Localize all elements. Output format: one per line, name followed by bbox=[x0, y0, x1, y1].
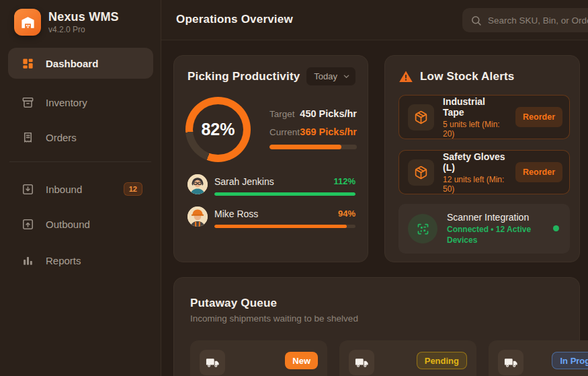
current-value: 369 Picks/hr bbox=[300, 126, 357, 137]
search-input[interactable] bbox=[488, 15, 588, 26]
status-badge: Pending bbox=[417, 352, 467, 369]
period-select[interactable]: Today bbox=[306, 67, 355, 85]
sidebar-divider bbox=[9, 161, 151, 162]
worker-percent: 94% bbox=[338, 209, 355, 219]
sidebar-item-label: Inbound bbox=[46, 184, 82, 195]
app-name: Nexus WMS bbox=[48, 10, 119, 24]
truck-icon bbox=[200, 350, 225, 375]
sidebar-item-label: Dashboard bbox=[46, 58, 98, 69]
inbound-arrow-icon bbox=[22, 183, 34, 196]
worker-name: Mike Ross bbox=[214, 209, 258, 219]
truck-icon bbox=[498, 350, 523, 375]
picking-donut-gauge: 82% bbox=[185, 97, 251, 162]
scanner-title: Scanner Integration bbox=[447, 212, 533, 223]
item-stock-detail: 12 units left (Min: 50) bbox=[443, 175, 507, 194]
picking-card-title: Picking Productivity bbox=[187, 70, 300, 83]
worker-progress-fill bbox=[214, 225, 347, 228]
low-stock-item: Industrial Tape 5 units left (Min: 20) R… bbox=[398, 95, 570, 139]
sidebar-item-label: Outbound bbox=[46, 219, 90, 230]
inbound-count-badge: 12 bbox=[124, 182, 142, 196]
reorder-button[interactable]: Reorder bbox=[515, 162, 562, 182]
sidebar: Nexus WMS v4.2.0 Pro Dashboard Inventory bbox=[0, 0, 161, 376]
avatar bbox=[187, 174, 208, 194]
app-version: v4.2.0 Pro bbox=[48, 25, 85, 34]
sidebar-item-dashboard[interactable]: Dashboard bbox=[8, 48, 153, 79]
putaway-queue-card: Putaway Queue Incoming shipments waiting… bbox=[173, 277, 580, 376]
item-name: Safety Gloves (L) bbox=[443, 151, 507, 173]
current-row: Current 369 Picks/hr bbox=[269, 126, 357, 137]
target-label: Target bbox=[269, 109, 295, 119]
worker-row: Mike Ross 94% bbox=[187, 204, 355, 232]
worker-percent: 112% bbox=[333, 176, 355, 186]
item-stock-detail: 5 units left (Min: 20) bbox=[443, 120, 507, 139]
sidebar-item-outbound[interactable]: Outbound bbox=[8, 209, 153, 239]
scanner-integration-item: Scanner Integration Connected • 12 Activ… bbox=[398, 204, 570, 254]
dashboard-grid-icon bbox=[22, 57, 34, 70]
shipment-card[interactable]: New bbox=[190, 340, 327, 376]
wms-dashboard: Nexus WMS v4.2.0 Pro Dashboard Inventory bbox=[0, 0, 588, 376]
package-icon bbox=[408, 104, 434, 130]
sidebar-item-reports[interactable]: Reports bbox=[8, 245, 153, 276]
sidebar-item-label: Inventory bbox=[46, 97, 87, 108]
app-logo bbox=[14, 9, 41, 36]
status-badge: In Progress bbox=[552, 352, 588, 369]
sidebar-item-inventory[interactable]: Inventory bbox=[8, 87, 153, 118]
truck-icon bbox=[349, 350, 374, 375]
sidebar-item-orders[interactable]: Orders bbox=[8, 122, 153, 153]
warehouse-icon bbox=[20, 15, 36, 30]
search-bar[interactable] bbox=[462, 8, 588, 32]
avatar bbox=[187, 206, 208, 227]
shipment-card[interactable]: In Progress bbox=[489, 340, 588, 376]
alerts-card-title: Low Stock Alerts bbox=[420, 70, 515, 83]
shipment-card[interactable]: Pending bbox=[339, 340, 476, 376]
online-status-dot bbox=[553, 225, 559, 231]
chevron-down-icon bbox=[343, 73, 350, 80]
target-row: Target 450 Picks/hr bbox=[269, 108, 357, 119]
scanner-status: Connected • 12 Active Devices bbox=[447, 225, 533, 246]
worker-row: Sarah Jenkins 112% bbox=[187, 172, 355, 200]
page-title: Operations Overview bbox=[176, 13, 293, 26]
putaway-title: Putaway Queue bbox=[190, 297, 277, 310]
low-stock-alerts-card: Low Stock Alerts Industrial Tape 5 units… bbox=[384, 55, 580, 262]
putaway-subtitle: Incoming shipments waiting to be shelved bbox=[190, 313, 358, 324]
picking-percent: 82% bbox=[201, 120, 235, 139]
top-header: Operations Overview bbox=[161, 0, 588, 40]
package-icon bbox=[408, 159, 434, 186]
picking-productivity-card: Picking Productivity Today 82% Target 45… bbox=[173, 55, 368, 262]
low-stock-item: Safety Gloves (L) 12 units left (Min: 50… bbox=[398, 150, 570, 194]
picking-progress-track bbox=[269, 145, 357, 149]
scanner-icon bbox=[408, 214, 437, 243]
status-badge: New bbox=[285, 352, 318, 369]
bar-chart-icon bbox=[22, 254, 34, 267]
sidebar-item-label: Reports bbox=[46, 255, 81, 266]
picking-progress-fill bbox=[269, 145, 341, 149]
period-select-value: Today bbox=[314, 71, 337, 81]
worker-progress-track bbox=[214, 192, 355, 196]
sidebar-item-inbound[interactable]: Inbound 12 bbox=[8, 174, 153, 204]
alerts-header: Low Stock Alerts bbox=[398, 69, 515, 84]
archive-box-icon bbox=[22, 96, 34, 109]
item-name: Industrial Tape bbox=[443, 96, 507, 118]
warning-triangle-icon bbox=[398, 69, 413, 84]
worker-progress-fill bbox=[214, 192, 355, 196]
receipt-icon bbox=[22, 131, 34, 144]
target-value: 450 Picks/hr bbox=[300, 108, 357, 119]
outbound-arrow-icon bbox=[22, 218, 34, 231]
sidebar-item-label: Orders bbox=[46, 132, 77, 143]
current-label: Current bbox=[269, 127, 300, 137]
worker-progress-track bbox=[214, 225, 355, 228]
search-icon bbox=[470, 15, 482, 26]
worker-name: Sarah Jenkins bbox=[214, 176, 274, 187]
reorder-button[interactable]: Reorder bbox=[515, 107, 562, 127]
